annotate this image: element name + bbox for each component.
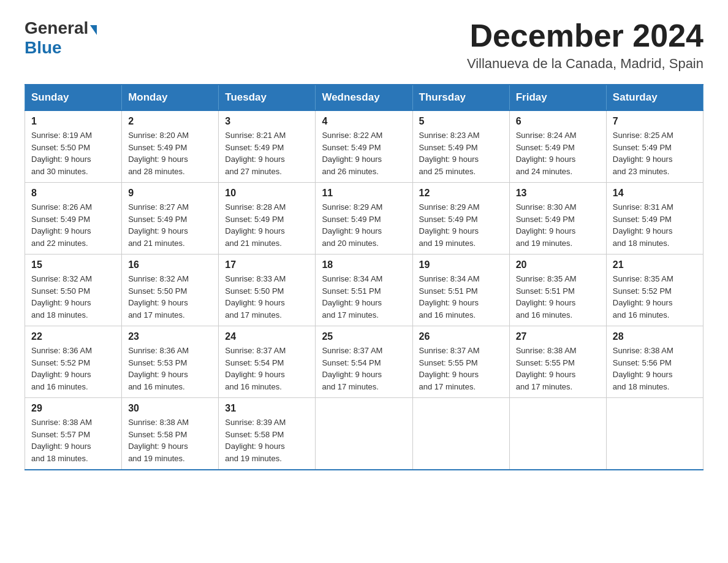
calendar-day-cell bbox=[606, 398, 703, 470]
day-number: 25 bbox=[322, 331, 406, 342]
day-info: Sunrise: 8:22 AMSunset: 5:49 PMDaylight:… bbox=[322, 129, 406, 177]
day-number: 8 bbox=[31, 188, 115, 199]
day-number: 28 bbox=[613, 331, 697, 342]
calendar-day-cell: 13Sunrise: 8:30 AMSunset: 5:49 PMDayligh… bbox=[509, 183, 606, 255]
day-number: 21 bbox=[613, 259, 697, 270]
day-number: 22 bbox=[31, 331, 115, 342]
calendar-day-cell: 23Sunrise: 8:36 AMSunset: 5:53 PMDayligh… bbox=[122, 326, 219, 398]
calendar-day-cell: 20Sunrise: 8:35 AMSunset: 5:51 PMDayligh… bbox=[509, 255, 606, 326]
calendar-weekday-header: Tuesday bbox=[219, 85, 316, 110]
calendar-weekday-header: Sunday bbox=[25, 85, 122, 110]
calendar-day-cell: 11Sunrise: 8:29 AMSunset: 5:49 PMDayligh… bbox=[316, 183, 412, 255]
day-number: 20 bbox=[516, 259, 600, 270]
day-number: 5 bbox=[419, 116, 503, 127]
calendar-day-cell: 27Sunrise: 8:38 AMSunset: 5:55 PMDayligh… bbox=[509, 326, 606, 398]
day-number: 7 bbox=[613, 116, 697, 127]
day-info: Sunrise: 8:20 AMSunset: 5:49 PMDaylight:… bbox=[128, 129, 212, 177]
calendar-day-cell: 6Sunrise: 8:24 AMSunset: 5:49 PMDaylight… bbox=[509, 110, 606, 183]
calendar-day-cell: 12Sunrise: 8:29 AMSunset: 5:49 PMDayligh… bbox=[412, 183, 509, 255]
logo-top-row: General bbox=[25, 18, 97, 38]
month-year-title: December 2024 bbox=[467, 18, 703, 53]
day-info: Sunrise: 8:34 AMSunset: 5:51 PMDaylight:… bbox=[419, 273, 503, 321]
title-section: December 2024 Villanueva de la Canada, M… bbox=[467, 18, 703, 72]
day-info: Sunrise: 8:28 AMSunset: 5:49 PMDaylight:… bbox=[225, 201, 309, 249]
day-number: 13 bbox=[516, 188, 600, 199]
calendar-day-cell: 5Sunrise: 8:23 AMSunset: 5:49 PMDaylight… bbox=[412, 110, 509, 183]
calendar-week-row: 15Sunrise: 8:32 AMSunset: 5:50 PMDayligh… bbox=[25, 255, 703, 326]
day-info: Sunrise: 8:31 AMSunset: 5:49 PMDaylight:… bbox=[613, 201, 697, 249]
calendar-day-cell: 14Sunrise: 8:31 AMSunset: 5:49 PMDayligh… bbox=[606, 183, 703, 255]
calendar-day-cell: 15Sunrise: 8:32 AMSunset: 5:50 PMDayligh… bbox=[25, 255, 122, 326]
day-info: Sunrise: 8:32 AMSunset: 5:50 PMDaylight:… bbox=[31, 273, 115, 321]
day-info: Sunrise: 8:38 AMSunset: 5:55 PMDaylight:… bbox=[516, 345, 600, 393]
day-number: 31 bbox=[225, 403, 309, 414]
day-number: 9 bbox=[128, 188, 212, 199]
day-number: 10 bbox=[225, 188, 309, 199]
calendar-weekday-header: Saturday bbox=[606, 85, 703, 110]
day-number: 14 bbox=[613, 188, 697, 199]
day-info: Sunrise: 8:38 AMSunset: 5:56 PMDaylight:… bbox=[613, 345, 697, 393]
day-number: 27 bbox=[516, 331, 600, 342]
day-number: 30 bbox=[128, 403, 212, 414]
day-info: Sunrise: 8:26 AMSunset: 5:49 PMDaylight:… bbox=[31, 201, 115, 249]
calendar-week-row: 1Sunrise: 8:19 AMSunset: 5:50 PMDaylight… bbox=[25, 110, 703, 183]
calendar-day-cell: 18Sunrise: 8:34 AMSunset: 5:51 PMDayligh… bbox=[316, 255, 412, 326]
logo-triangle-icon bbox=[90, 25, 97, 35]
page-header: General Blue December 2024 Villanueva de… bbox=[25, 18, 703, 72]
day-info: Sunrise: 8:23 AMSunset: 5:49 PMDaylight:… bbox=[419, 129, 503, 177]
calendar-day-cell: 19Sunrise: 8:34 AMSunset: 5:51 PMDayligh… bbox=[412, 255, 509, 326]
calendar-weekday-header: Friday bbox=[509, 85, 606, 110]
calendar-day-cell bbox=[509, 398, 606, 470]
day-info: Sunrise: 8:33 AMSunset: 5:50 PMDaylight:… bbox=[225, 273, 309, 321]
logo: General Blue bbox=[25, 18, 97, 58]
day-info: Sunrise: 8:29 AMSunset: 5:49 PMDaylight:… bbox=[419, 201, 503, 249]
calendar-day-cell: 2Sunrise: 8:20 AMSunset: 5:49 PMDaylight… bbox=[122, 110, 219, 183]
day-info: Sunrise: 8:19 AMSunset: 5:50 PMDaylight:… bbox=[31, 129, 115, 177]
day-info: Sunrise: 8:32 AMSunset: 5:50 PMDaylight:… bbox=[128, 273, 212, 321]
day-number: 11 bbox=[322, 188, 406, 199]
day-info: Sunrise: 8:37 AMSunset: 5:55 PMDaylight:… bbox=[419, 345, 503, 393]
day-info: Sunrise: 8:36 AMSunset: 5:52 PMDaylight:… bbox=[31, 345, 115, 393]
calendar-day-cell: 28Sunrise: 8:38 AMSunset: 5:56 PMDayligh… bbox=[606, 326, 703, 398]
calendar-day-cell: 4Sunrise: 8:22 AMSunset: 5:49 PMDaylight… bbox=[316, 110, 412, 183]
calendar-day-cell: 10Sunrise: 8:28 AMSunset: 5:49 PMDayligh… bbox=[219, 183, 316, 255]
day-number: 3 bbox=[225, 116, 309, 127]
day-number: 29 bbox=[31, 403, 115, 414]
day-info: Sunrise: 8:29 AMSunset: 5:49 PMDaylight:… bbox=[322, 201, 406, 249]
calendar-day-cell bbox=[412, 398, 509, 470]
logo-blue-text: Blue bbox=[25, 38, 62, 57]
day-info: Sunrise: 8:36 AMSunset: 5:53 PMDaylight:… bbox=[128, 345, 212, 393]
day-info: Sunrise: 8:21 AMSunset: 5:49 PMDaylight:… bbox=[225, 129, 309, 177]
calendar-week-row: 29Sunrise: 8:38 AMSunset: 5:57 PMDayligh… bbox=[25, 398, 703, 470]
calendar-day-cell: 17Sunrise: 8:33 AMSunset: 5:50 PMDayligh… bbox=[219, 255, 316, 326]
day-info: Sunrise: 8:25 AMSunset: 5:49 PMDaylight:… bbox=[613, 129, 697, 177]
calendar-day-cell: 16Sunrise: 8:32 AMSunset: 5:50 PMDayligh… bbox=[122, 255, 219, 326]
calendar-weekday-header: Monday bbox=[122, 85, 219, 110]
calendar-day-cell: 3Sunrise: 8:21 AMSunset: 5:49 PMDaylight… bbox=[219, 110, 316, 183]
calendar-day-cell: 8Sunrise: 8:26 AMSunset: 5:49 PMDaylight… bbox=[25, 183, 122, 255]
calendar-table: SundayMondayTuesdayWednesdayThursdayFrid… bbox=[25, 84, 703, 470]
calendar-day-cell: 24Sunrise: 8:37 AMSunset: 5:54 PMDayligh… bbox=[219, 326, 316, 398]
day-number: 24 bbox=[225, 331, 309, 342]
day-number: 19 bbox=[419, 259, 503, 270]
logo-general-text: General bbox=[25, 18, 88, 37]
day-info: Sunrise: 8:24 AMSunset: 5:49 PMDaylight:… bbox=[516, 129, 600, 177]
day-info: Sunrise: 8:38 AMSunset: 5:58 PMDaylight:… bbox=[128, 416, 212, 464]
day-number: 6 bbox=[516, 116, 600, 127]
calendar-day-cell: 26Sunrise: 8:37 AMSunset: 5:55 PMDayligh… bbox=[412, 326, 509, 398]
day-info: Sunrise: 8:35 AMSunset: 5:51 PMDaylight:… bbox=[516, 273, 600, 321]
day-info: Sunrise: 8:38 AMSunset: 5:57 PMDaylight:… bbox=[31, 416, 115, 464]
calendar-week-row: 22Sunrise: 8:36 AMSunset: 5:52 PMDayligh… bbox=[25, 326, 703, 398]
calendar-weekday-header: Wednesday bbox=[316, 85, 412, 110]
day-info: Sunrise: 8:35 AMSunset: 5:52 PMDaylight:… bbox=[613, 273, 697, 321]
calendar-week-row: 8Sunrise: 8:26 AMSunset: 5:49 PMDaylight… bbox=[25, 183, 703, 255]
calendar-day-cell: 7Sunrise: 8:25 AMSunset: 5:49 PMDaylight… bbox=[606, 110, 703, 183]
day-number: 4 bbox=[322, 116, 406, 127]
calendar-day-cell: 29Sunrise: 8:38 AMSunset: 5:57 PMDayligh… bbox=[25, 398, 122, 470]
day-number: 15 bbox=[31, 259, 115, 270]
calendar-day-cell bbox=[316, 398, 412, 470]
day-info: Sunrise: 8:37 AMSunset: 5:54 PMDaylight:… bbox=[225, 345, 309, 393]
location-subtitle: Villanueva de la Canada, Madrid, Spain bbox=[467, 56, 703, 72]
day-info: Sunrise: 8:27 AMSunset: 5:49 PMDaylight:… bbox=[128, 201, 212, 249]
day-info: Sunrise: 8:34 AMSunset: 5:51 PMDaylight:… bbox=[322, 273, 406, 321]
